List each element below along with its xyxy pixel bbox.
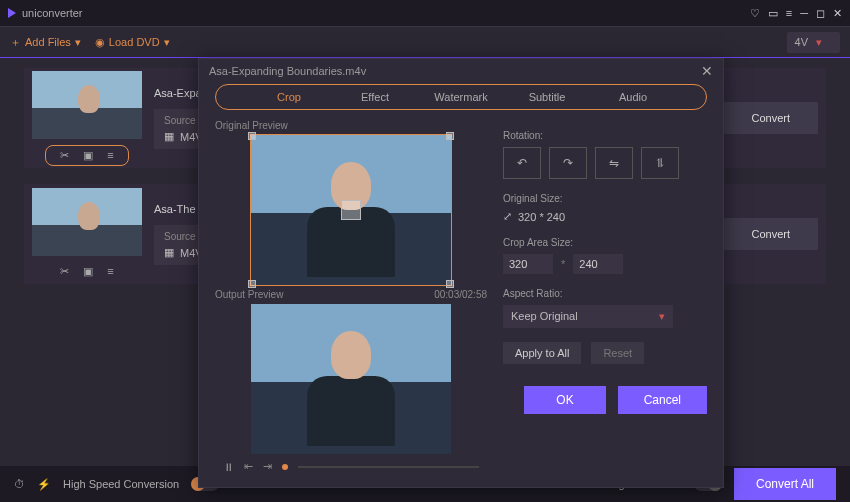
trim-icon[interactable]: ✂ xyxy=(60,149,69,162)
flip-horizontal-button[interactable]: ⇋ xyxy=(595,147,633,179)
original-size-label: Original Size: xyxy=(503,193,707,204)
user-icon[interactable]: ♡ xyxy=(750,7,760,20)
output-preview xyxy=(251,304,451,454)
edit-tools-row: ✂ ▣ ≡ xyxy=(46,262,127,281)
edit-tools-row: ✂ ▣ ≡ xyxy=(45,145,128,166)
expand-icon: ⤢ xyxy=(503,210,512,223)
aspect-ratio-label: Aspect Ratio: xyxy=(503,288,707,299)
ok-button[interactable]: OK xyxy=(524,386,605,414)
add-files-button[interactable]: ＋ Add Files ▾ xyxy=(10,35,81,50)
chat-icon[interactable]: ▭ xyxy=(768,7,778,20)
close-window-icon[interactable]: ✕ xyxy=(833,7,842,20)
high-speed-label: High Speed Conversion xyxy=(63,478,179,490)
close-icon[interactable]: ✕ xyxy=(701,63,713,79)
format-icon: ▦ xyxy=(164,246,174,259)
crop-handle-center[interactable] xyxy=(341,200,361,220)
video-thumbnail[interactable] xyxy=(32,188,142,256)
tab-crop[interactable]: Crop xyxy=(246,91,332,103)
flip-vertical-button[interactable]: ⥮ xyxy=(641,147,679,179)
main-toolbar: ＋ Add Files ▾ ◉ Load DVD ▾ 4V xyxy=(0,26,850,58)
tab-subtitle[interactable]: Subtitle xyxy=(504,91,590,103)
modal-tabs: Crop Effect Watermark Subtitle Audio xyxy=(215,84,707,111)
output-format-select[interactable]: 4V xyxy=(787,32,840,53)
play-controls: ⏸ ⇤ ⇥ xyxy=(215,454,487,479)
alarm-icon[interactable]: ⏱ xyxy=(14,478,25,490)
crop-handle[interactable] xyxy=(248,132,256,140)
timecode: 00:03/02:58 xyxy=(434,289,487,300)
crop-height-input[interactable] xyxy=(573,254,623,274)
tab-watermark[interactable]: Watermark xyxy=(418,91,504,103)
original-size-value: 320 * 240 xyxy=(518,211,565,223)
minimize-icon[interactable]: ─ xyxy=(800,7,808,19)
convert-all-button[interactable]: Convert All xyxy=(734,468,836,500)
aspect-ratio-select[interactable]: Keep Original xyxy=(503,305,673,328)
tab-effect[interactable]: Effect xyxy=(332,91,418,103)
reset-button[interactable]: Reset xyxy=(591,342,644,364)
original-preview-label: Original Preview xyxy=(215,120,288,131)
app-title: uniconverter xyxy=(22,7,83,19)
video-thumbnail[interactable] xyxy=(32,71,142,139)
crop-width-input[interactable] xyxy=(503,254,553,274)
crop-icon[interactable]: ▣ xyxy=(83,149,93,162)
crop-dialog: Asa-Expanding Boundaries.m4v ✕ Crop Effe… xyxy=(198,58,724,488)
format-icon: ▦ xyxy=(164,130,174,143)
menu-icon[interactable]: ≡ xyxy=(786,7,792,19)
crop-handle[interactable] xyxy=(446,132,454,140)
app-logo-icon xyxy=(8,8,16,18)
rotate-left-button[interactable]: ↶ xyxy=(503,147,541,179)
apply-to-all-button[interactable]: Apply to All xyxy=(503,342,581,364)
crop-handle[interactable] xyxy=(446,280,454,288)
playhead-icon[interactable] xyxy=(282,464,288,470)
crop-area-label: Crop Area Size: xyxy=(503,237,707,248)
effects-icon[interactable]: ≡ xyxy=(107,149,113,162)
tab-audio[interactable]: Audio xyxy=(590,91,676,103)
rotate-right-button[interactable]: ↷ xyxy=(549,147,587,179)
rotation-label: Rotation: xyxy=(503,130,707,141)
maximize-icon[interactable]: ◻ xyxy=(816,7,825,20)
cancel-button[interactable]: Cancel xyxy=(618,386,707,414)
effects-icon[interactable]: ≡ xyxy=(107,265,113,278)
output-preview-label: Output Preview xyxy=(215,289,283,300)
pause-icon[interactable]: ⏸ xyxy=(223,461,234,473)
prev-frame-icon[interactable]: ⇤ xyxy=(244,460,253,473)
load-dvd-button[interactable]: ◉ Load DVD ▾ xyxy=(95,36,170,49)
next-frame-icon[interactable]: ⇥ xyxy=(263,460,272,473)
convert-button[interactable]: Convert xyxy=(723,218,818,250)
convert-button[interactable]: Convert xyxy=(723,102,818,134)
seek-track[interactable] xyxy=(298,466,479,468)
original-preview[interactable] xyxy=(251,135,451,285)
titlebar: uniconverter ♡ ▭ ≡ ─ ◻ ✕ xyxy=(0,0,850,26)
times-icon: * xyxy=(561,258,565,270)
bolt-icon: ⚡ xyxy=(37,478,51,491)
crop-handle[interactable] xyxy=(248,280,256,288)
trim-icon[interactable]: ✂ xyxy=(60,265,69,278)
crop-icon[interactable]: ▣ xyxy=(83,265,93,278)
modal-title: Asa-Expanding Boundaries.m4v xyxy=(209,65,366,77)
